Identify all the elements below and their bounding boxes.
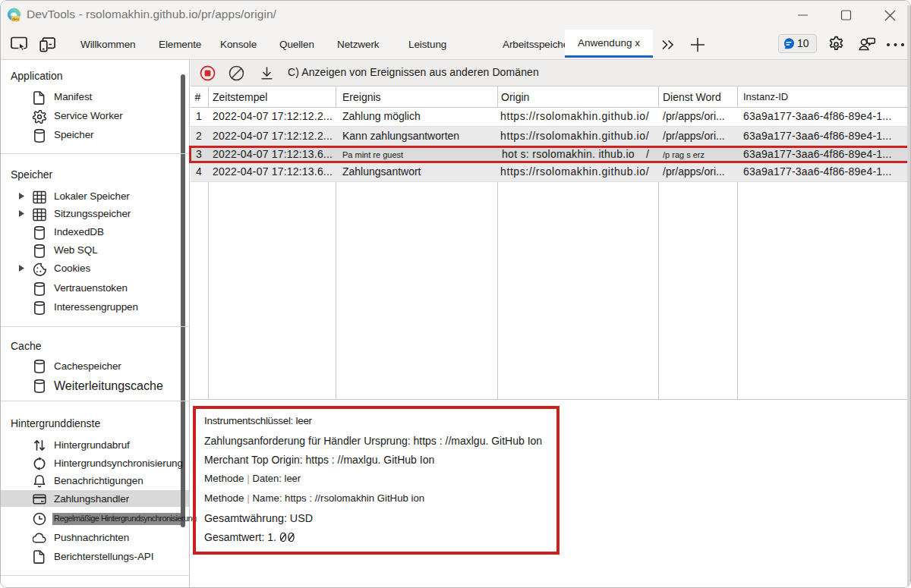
svg-text:dev: dev <box>12 17 19 21</box>
